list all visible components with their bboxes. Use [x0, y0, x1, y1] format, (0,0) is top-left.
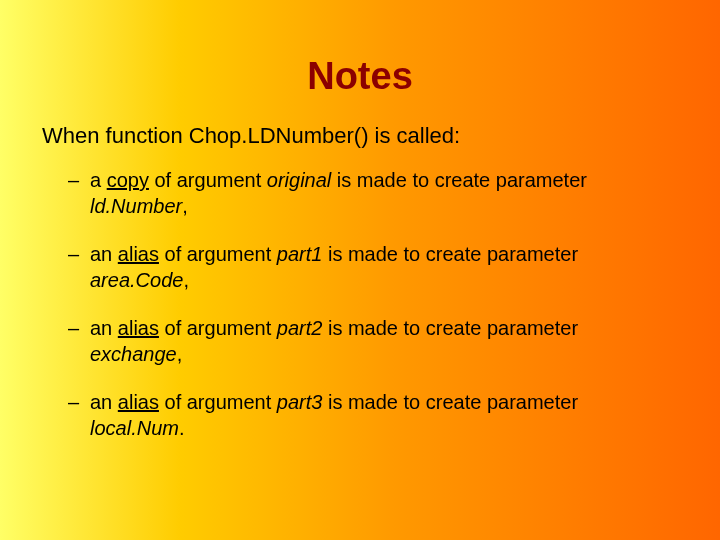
slide-title: Notes	[0, 0, 720, 123]
list-item: an alias of argument part3 is made to cr…	[90, 389, 665, 441]
intro-line: When function Chop.LDNumber() is called:	[0, 123, 720, 167]
list-item: a copy of argument original is made to c…	[90, 167, 665, 219]
txt: ,	[182, 195, 188, 217]
txt: ,	[183, 269, 189, 291]
txt: is made to create parameter	[322, 317, 578, 339]
txt: of argument	[149, 169, 267, 191]
underlined: copy	[107, 169, 149, 191]
arg-name: part2	[277, 317, 323, 339]
arg-name: part3	[277, 391, 323, 413]
list-item: an alias of argument part2 is made to cr…	[90, 315, 665, 367]
arg-name: original	[267, 169, 331, 191]
bullet-list: a copy of argument original is made to c…	[0, 167, 720, 441]
txt: a	[90, 169, 107, 191]
list-item: an alias of argument part1 is made to cr…	[90, 241, 665, 293]
txt: of argument	[159, 243, 277, 265]
arg-name: part1	[277, 243, 323, 265]
underlined: alias	[118, 243, 159, 265]
param-name: local.Num	[90, 417, 179, 439]
txt: an	[90, 391, 118, 413]
txt: is made to create parameter	[322, 391, 578, 413]
txt: of argument	[159, 391, 277, 413]
txt: is made to create parameter	[322, 243, 578, 265]
txt: an	[90, 317, 118, 339]
txt: ,	[177, 343, 183, 365]
param-name: ld.Number	[90, 195, 182, 217]
underlined: alias	[118, 391, 159, 413]
param-name: exchange	[90, 343, 177, 365]
txt: is made to create parameter	[331, 169, 587, 191]
txt: .	[179, 417, 185, 439]
underlined: alias	[118, 317, 159, 339]
txt: an	[90, 243, 118, 265]
param-name: area.Code	[90, 269, 183, 291]
txt: of argument	[159, 317, 277, 339]
